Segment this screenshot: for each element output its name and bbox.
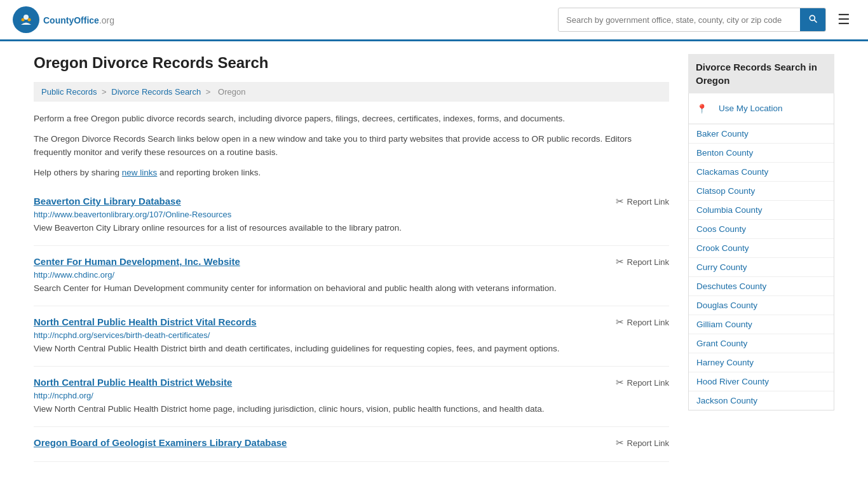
result-item: Beaverton City Library Database ✂ Report… (34, 186, 669, 246)
result-url[interactable]: http://www.chdinc.org/ (34, 270, 669, 280)
result-header: North Central Public Health District Vit… (34, 316, 669, 328)
description-3: Help others by sharing new links and rep… (34, 166, 669, 180)
sidebar-county-list: 📍 Use My Location Baker CountyBenton Cou… (688, 93, 834, 410)
result-description: View Beaverton City Library online resou… (34, 222, 669, 235)
sidebar-county-item: Crook County (689, 239, 834, 258)
result-header: North Central Public Health District Web… (34, 377, 669, 388)
svg-point-1 (24, 15, 29, 20)
report-link[interactable]: ✂ Report Link (616, 196, 669, 207)
result-title[interactable]: North Central Public Health District Vit… (34, 316, 257, 327)
sidebar-county-item: Harney County (689, 353, 834, 372)
report-link[interactable]: ✂ Report Link (616, 437, 669, 449)
sidebar-county-link[interactable]: Grant County (689, 334, 834, 353)
report-icon: ✂ (616, 377, 624, 388)
sidebar-county-item: Coos County (689, 220, 834, 239)
sidebar-county-item: Deschutes County (689, 277, 834, 296)
breadcrumb-divorce-records[interactable]: Divorce Records Search (111, 87, 201, 97)
report-icon: ✂ (616, 196, 624, 207)
svg-point-2 (22, 18, 25, 22)
logo-area: CountyOffice.org (13, 6, 114, 33)
sidebar-county-item: Baker County (689, 125, 834, 144)
result-description: View North Central Public Health Distric… (34, 342, 669, 356)
sidebar-county-link[interactable]: Columbia County (689, 201, 834, 219)
use-location-link[interactable]: Use My Location (711, 99, 790, 118)
svg-point-3 (28, 18, 31, 22)
result-title[interactable]: North Central Public Health District Web… (34, 377, 232, 388)
result-description: View North Central Public Health Distric… (34, 403, 669, 416)
result-item: North Central Public Health District Vit… (34, 306, 669, 367)
result-item: North Central Public Health District Web… (34, 367, 669, 427)
report-icon: ✂ (616, 316, 624, 328)
result-title[interactable]: Center For Human Development, Inc. Websi… (34, 256, 240, 267)
sidebar-county-link[interactable]: Harney County (689, 353, 834, 372)
result-title[interactable]: Oregon Board of Geologist Examiners Libr… (34, 437, 287, 448)
report-link[interactable]: ✂ Report Link (616, 377, 669, 388)
report-label: Report Link (627, 438, 669, 448)
sidebar-county-link[interactable]: Deschutes County (689, 277, 834, 295)
result-url[interactable]: http://ncphd.org/ (34, 391, 669, 400)
sidebar-county-link[interactable]: Jackson County (689, 391, 834, 410)
sidebar-county-link[interactable]: Douglas County (689, 296, 834, 315)
result-url[interactable]: http://www.beavertonlibrary.org/107/Onli… (34, 210, 669, 219)
search-input[interactable] (559, 10, 800, 30)
sidebar-county-link[interactable]: Gilliam County (689, 315, 834, 334)
report-label: Report Link (627, 197, 669, 207)
report-label: Report Link (627, 378, 669, 388)
page-container: Oregon Divorce Records Search Public Rec… (21, 41, 847, 475)
sidebar-county-item: Grant County (689, 334, 834, 353)
result-header: Beaverton City Library Database ✂ Report… (34, 196, 669, 207)
sidebar-county-item: Benton County (689, 144, 834, 163)
breadcrumb: Public Records > Divorce Records Search … (34, 82, 669, 102)
sidebar-county-item: Hood River County (689, 372, 834, 391)
sidebar-county-link[interactable]: Baker County (689, 125, 834, 143)
result-url[interactable]: http://ncphd.org/services/birth-death-ce… (34, 330, 669, 340)
new-links-link[interactable]: new links (122, 168, 158, 177)
header-right: ☰ (558, 8, 855, 32)
logo-text: CountyOffice.org (43, 13, 114, 27)
search-bar (558, 8, 826, 32)
sidebar-county-item: Douglas County (689, 296, 834, 315)
description-2: The Oregon Divorce Records Search links … (34, 132, 669, 159)
report-label: Report Link (627, 257, 669, 267)
sidebar-county-link[interactable]: Coos County (689, 220, 834, 238)
result-title[interactable]: Beaverton City Library Database (34, 196, 181, 207)
sidebar-county-link[interactable]: Benton County (689, 144, 834, 162)
use-location-item: 📍 Use My Location (689, 93, 834, 125)
report-link[interactable]: ✂ Report Link (616, 316, 669, 328)
sidebar-county-link[interactable]: Clatsop County (689, 182, 834, 200)
sidebar-county-link[interactable]: Clackamas County (689, 163, 834, 181)
page-title: Oregon Divorce Records Search (34, 54, 669, 72)
result-header: Oregon Board of Geologist Examiners Libr… (34, 437, 669, 449)
sidebar-county-item: Jackson County (689, 391, 834, 410)
search-button[interactable] (800, 8, 825, 31)
location-icon: 📍 (696, 104, 707, 114)
result-item: Center For Human Development, Inc. Websi… (34, 246, 669, 306)
sidebar-county-link[interactable]: Crook County (689, 239, 834, 257)
sidebar-county-item: Columbia County (689, 201, 834, 220)
sidebar-county-item: Curry County (689, 258, 834, 277)
logo-icon (13, 6, 39, 33)
sidebar: Divorce Records Search in Oregon 📍 Use M… (688, 54, 834, 462)
breadcrumb-current: Oregon (218, 87, 245, 97)
result-description: Search Center for Human Development comm… (34, 282, 669, 295)
sidebar-county-item: Clackamas County (689, 163, 834, 182)
results-list: Beaverton City Library Database ✂ Report… (34, 186, 669, 462)
report-label: Report Link (627, 318, 669, 327)
result-header: Center For Human Development, Inc. Websi… (34, 256, 669, 268)
hamburger-menu-icon[interactable]: ☰ (832, 9, 855, 30)
sidebar-county-link[interactable]: Curry County (689, 258, 834, 276)
sidebar-county-item: Gilliam County (689, 315, 834, 334)
report-icon: ✂ (616, 256, 624, 268)
sidebar-title: Divorce Records Search in Oregon (688, 54, 834, 93)
main-content: Oregon Divorce Records Search Public Rec… (34, 54, 669, 462)
description-1: Perform a free Oregon public divorce rec… (34, 112, 669, 126)
report-link[interactable]: ✂ Report Link (616, 256, 669, 268)
sidebar-county-item: Clatsop County (689, 182, 834, 201)
result-item: Oregon Board of Geologist Examiners Libr… (34, 427, 669, 462)
breadcrumb-public-records[interactable]: Public Records (41, 87, 97, 97)
sidebar-county-link[interactable]: Hood River County (689, 372, 834, 391)
report-icon: ✂ (616, 437, 624, 449)
header: CountyOffice.org ☰ (0, 0, 868, 41)
